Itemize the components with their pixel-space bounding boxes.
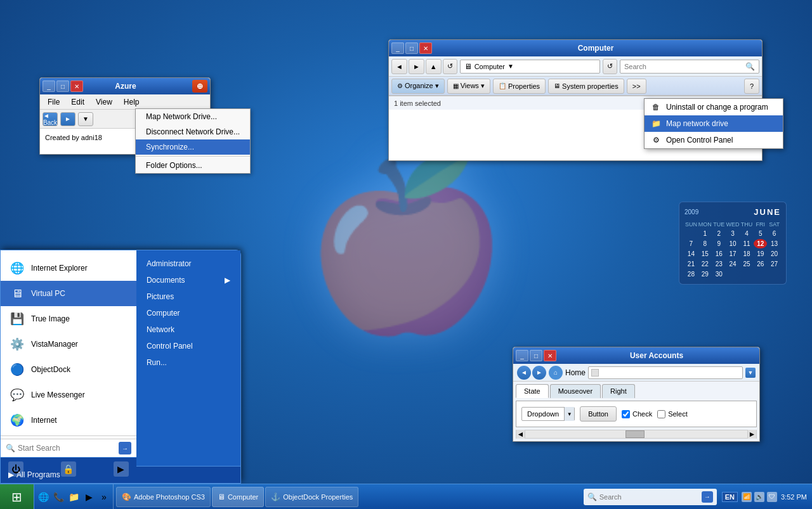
- taskbar-search-input[interactable]: [599, 493, 699, 501]
- azure-forward-button[interactable]: ►: [60, 112, 75, 126]
- ua-scroll-right-button[interactable]: ►: [747, 430, 756, 439]
- cal-day-13[interactable]: 13: [768, 239, 781, 248]
- ua-close-button[interactable]: ✕: [544, 350, 556, 361]
- explorer-close-button[interactable]: ✕: [419, 42, 432, 54]
- start-right-computer[interactable]: Computer: [136, 305, 240, 321]
- lock-icon[interactable]: 🔒: [61, 461, 76, 477]
- dropdown-map-network-drive[interactable]: Map Network Drive...: [136, 109, 250, 124]
- cal-day-16[interactable]: 16: [712, 249, 726, 259]
- cal-day-25[interactable]: 25: [740, 259, 754, 269]
- cal-day-26[interactable]: 26: [754, 259, 767, 269]
- ql-media-icon[interactable]: ▶: [82, 491, 95, 503]
- dropdown-synchronize[interactable]: Synchronize...: [136, 139, 250, 155]
- taskbar-objectdock[interactable]: ⚓ ObjectDock Properties: [265, 487, 358, 507]
- cal-day-18[interactable]: 18: [740, 249, 754, 259]
- tray-network-icon[interactable]: 📶: [742, 492, 752, 502]
- ua-tab-state[interactable]: State: [516, 384, 549, 398]
- explorer-address-bar[interactable]: 🖥 Computer ▼: [460, 60, 600, 74]
- start-app-object-dock[interactable]: 🔵 ObjectDock: [1, 357, 136, 382]
- cal-day-8[interactable]: 8: [698, 239, 712, 248]
- ua-dropdown-arrow-button[interactable]: ▼: [564, 407, 574, 421]
- taskbar-photoshop[interactable]: 🎨 Adobe Photoshop CS3: [116, 487, 211, 507]
- cal-day-28[interactable]: 28: [684, 269, 698, 279]
- ua-minimize-button[interactable]: _: [516, 350, 528, 361]
- ql-folder-icon[interactable]: 📁: [67, 491, 80, 503]
- cal-day-7[interactable]: 7: [684, 239, 698, 248]
- taskbar-search-bar[interactable]: 🔍 →: [584, 489, 717, 505]
- taskbar-computer[interactable]: 🖥 Computer: [212, 487, 264, 507]
- explorer-back-button[interactable]: ◄: [391, 59, 407, 74]
- ua-tab-right[interactable]: Right: [602, 384, 635, 398]
- cal-day-22[interactable]: 22: [698, 259, 712, 269]
- explorer-forward-button[interactable]: ►: [409, 59, 424, 74]
- start-app-true-image[interactable]: 💾 True Image: [1, 306, 136, 332]
- arrow-right-icon[interactable]: ▶: [114, 461, 129, 477]
- start-button[interactable]: ⊞: [0, 484, 34, 510]
- cal-day-20[interactable]: 20: [768, 249, 781, 259]
- cal-day-30[interactable]: 30: [712, 269, 726, 279]
- azure-maximize-button[interactable]: □: [56, 81, 69, 92]
- dropdown-folder-options[interactable]: Folder Options...: [136, 158, 250, 173]
- cal-day-17[interactable]: 17: [726, 249, 740, 259]
- cal-day-today-12[interactable]: 12: [754, 239, 767, 248]
- azure-menu-help[interactable]: Help: [119, 96, 145, 108]
- explorer-go-button[interactable]: ↺: [603, 59, 617, 74]
- properties-button[interactable]: 📋 Properties: [493, 79, 546, 94]
- azure-dropdown-arrow[interactable]: ▼: [78, 112, 93, 126]
- ua-scroll-left-button[interactable]: ◄: [516, 430, 525, 439]
- ctx-map-network-drive[interactable]: 📁 Map network drive: [645, 115, 783, 132]
- ua-back-button[interactable]: ◄: [517, 366, 531, 380]
- ql-ie-icon[interactable]: 🌐: [37, 491, 49, 503]
- tray-volume-icon[interactable]: 🔊: [754, 492, 764, 502]
- cal-day-6[interactable]: 6: [768, 229, 781, 238]
- cal-day-9[interactable]: 9: [712, 239, 726, 248]
- ua-checkbox-input[interactable]: [622, 410, 630, 418]
- cal-day-5[interactable]: 5: [754, 229, 767, 238]
- cal-day-3[interactable]: 3: [726, 229, 740, 238]
- cal-day-14[interactable]: 14: [684, 249, 698, 259]
- ua-button-control[interactable]: Button: [580, 406, 617, 422]
- ua-tab-mouseover[interactable]: Mouseover: [550, 384, 601, 398]
- cal-day-2[interactable]: 2: [712, 229, 726, 238]
- cal-day-19[interactable]: 19: [754, 249, 767, 259]
- start-app-live-messenger[interactable]: 💬 Live Messenger: [1, 382, 136, 408]
- ua-scroll-thumb[interactable]: [625, 430, 645, 438]
- start-search-input[interactable]: [18, 444, 116, 453]
- start-search-button[interactable]: →: [119, 442, 131, 454]
- azure-menu-edit[interactable]: Edit: [66, 96, 89, 108]
- ribbon-more-button[interactable]: >>: [627, 79, 646, 94]
- cal-day-21[interactable]: 21: [684, 259, 698, 269]
- dropdown-disconnect-network-drive[interactable]: Disconnect Network Drive...: [136, 124, 250, 139]
- explorer-search-bar[interactable]: 🔍: [620, 60, 759, 74]
- azure-menu-file[interactable]: File: [43, 96, 65, 108]
- azure-close-button[interactable]: ✕: [70, 81, 83, 92]
- ctx-uninstall-program[interactable]: 🗑 Uninstall or change a program: [645, 99, 783, 115]
- ua-maximize-button[interactable]: □: [530, 350, 542, 361]
- cal-day-4[interactable]: 4: [740, 229, 754, 238]
- tray-security-icon[interactable]: 🛡: [767, 492, 777, 502]
- start-app-virtual-pc[interactable]: 🖥 Virtual PC: [1, 281, 136, 306]
- explorer-search-input[interactable]: [624, 63, 743, 70]
- start-right-control-panel[interactable]: Control Panel: [136, 338, 240, 354]
- cal-day-11[interactable]: 11: [740, 239, 754, 248]
- cal-day-27[interactable]: 27: [768, 259, 781, 269]
- explorer-minimize-button[interactable]: _: [391, 42, 404, 54]
- cal-day-10[interactable]: 10: [726, 239, 740, 248]
- ua-forward-button[interactable]: ►: [532, 366, 546, 380]
- azure-minimize-button[interactable]: _: [43, 81, 55, 92]
- explorer-refresh-button[interactable]: ↺: [443, 59, 457, 74]
- cal-day-29[interactable]: 29: [698, 269, 712, 279]
- system-properties-button[interactable]: 🖥 System properties: [548, 79, 624, 94]
- views-button[interactable]: ▦ Views ▾: [447, 79, 490, 94]
- ribbon-help-button[interactable]: ?: [744, 79, 759, 94]
- azure-menu-view[interactable]: View: [91, 96, 117, 108]
- ua-select-input[interactable]: [657, 410, 665, 418]
- cal-day-23[interactable]: 23: [712, 259, 726, 269]
- start-right-run[interactable]: Run...: [136, 354, 240, 371]
- start-right-pictures[interactable]: Pictures: [136, 288, 240, 305]
- start-app-vista-manager[interactable]: ⚙️ VistaManager: [1, 332, 136, 357]
- explorer-up-button[interactable]: ▲: [426, 59, 442, 74]
- start-right-network[interactable]: Network: [136, 321, 240, 338]
- start-right-documents[interactable]: Documents ▶: [136, 272, 240, 288]
- ctx-open-control-panel[interactable]: ⚙ Open Control Panel: [645, 132, 783, 148]
